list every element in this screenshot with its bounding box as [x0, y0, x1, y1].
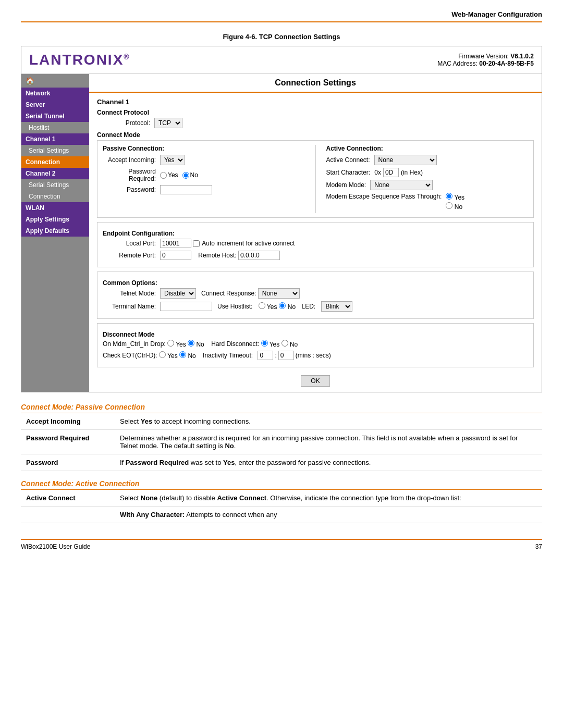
common-box: Common Options: Telnet Mode: Disable Ena…	[97, 272, 534, 319]
remote-port-row: Remote Port: Remote Host:	[103, 251, 528, 260]
led-select[interactable]: Blink On Off	[321, 301, 352, 312]
term-password-required: Password Required	[21, 430, 115, 454]
remote-host-input[interactable]	[238, 251, 280, 260]
start-char-prefix: 0x	[374, 169, 381, 176]
password-required-yes-radio[interactable]	[160, 172, 167, 179]
endpoint-cols: Local Port: Auto increment for active co…	[103, 239, 528, 263]
common-options-label: Common Options:	[103, 279, 528, 287]
password-required-row: PasswordRequired: Yes No	[103, 168, 305, 182]
check-eot-no-label[interactable]: No	[179, 351, 196, 360]
protocol-select[interactable]: TCP UDP	[154, 118, 182, 128]
hostlist-no-radio[interactable]	[279, 302, 286, 309]
active-col: Active Connection: Active Connect: None	[326, 145, 529, 213]
def-with-any-char: With Any Character: Attempts to connect …	[115, 507, 542, 523]
check-eot-no-radio[interactable]	[179, 351, 186, 358]
mdm-ctrl-yes-label[interactable]: Yes	[167, 340, 186, 348]
term-active-connect: Active Connect	[21, 490, 115, 507]
password-required-no-label[interactable]: No	[182, 171, 198, 179]
password-input[interactable]	[160, 185, 212, 194]
table-row: Password If Password Required was set to…	[21, 454, 542, 471]
hostlist-yes-radio[interactable]	[259, 302, 265, 309]
modem-escape-yes-radio[interactable]	[446, 193, 452, 200]
sidebar-item-apply-settings[interactable]: Apply Settings	[21, 214, 89, 225]
page-header-text: Web-Manager Configuration	[451, 10, 542, 18]
sidebar-item-network[interactable]: Network	[21, 88, 89, 99]
check-eot-yes-label[interactable]: Yes	[159, 351, 178, 360]
def-password-required: Determines whether a password is require…	[115, 430, 542, 454]
page-footer: WiBox2100E User Guide 37	[21, 539, 542, 550]
hard-disconnect-no-radio[interactable]	[282, 340, 288, 347]
modem-escape-yes-label[interactable]: Yes	[446, 193, 464, 201]
modem-escape-no-label[interactable]: No	[446, 202, 464, 211]
auto-increment-checkbox[interactable]	[193, 240, 200, 247]
connect-mode-label: Connect Mode	[97, 131, 534, 139]
ok-button[interactable]: OK	[301, 375, 329, 387]
modem-mode-row: Modem Mode: None	[326, 180, 529, 190]
sidebar-item-serial-settings-2[interactable]: Serial Settings	[21, 179, 89, 191]
def-accept-incoming: Select Yes to accept incoming connection…	[115, 413, 542, 430]
protocol-row: Protocol: TCP UDP	[97, 118, 534, 128]
figure-title: Figure 4-6. TCP Connection Settings	[21, 33, 542, 41]
hard-disconnect-yes-label[interactable]: Yes	[261, 340, 280, 348]
sidebar-home[interactable]: 🏠	[21, 74, 89, 88]
led-label: LED:	[301, 303, 315, 310]
registered-mark: ®	[124, 53, 130, 61]
mdm-ctrl-yes-radio[interactable]	[167, 340, 174, 347]
sidebar-item-connection-1[interactable]: Connection	[21, 156, 89, 168]
hard-disconnect-yes-radio[interactable]	[261, 340, 268, 347]
mdm-ctrl-no-label[interactable]: No	[188, 340, 204, 348]
sidebar-item-connection-2[interactable]: Connection	[21, 191, 89, 202]
brand-bar: LANTRONIX® Firmware Version: V6.1.0.2 MA…	[21, 46, 542, 74]
timeout-mins-input[interactable]	[258, 351, 273, 360]
term-password: Password	[21, 454, 115, 471]
sidebar-item-hostlist[interactable]: Hostlist	[21, 122, 89, 133]
start-char-suffix: (in Hex)	[401, 169, 423, 176]
local-port-row: Local Port: Auto increment for active co…	[103, 239, 528, 248]
inactivity-timeout-label: Inactivity Timeout:	[203, 352, 253, 359]
start-char-label: Start Character:	[326, 169, 375, 176]
remote-port-input[interactable]	[160, 251, 191, 260]
modem-mode-label: Modem Mode:	[326, 181, 371, 189]
connect-mode-cols: Passive Connection: Accept Incoming: Yes…	[103, 145, 528, 213]
hard-disconnect-label: Hard Disconnect:	[211, 340, 259, 348]
telnet-mode-row: Telnet Mode: Disable Enable Connect Resp…	[103, 288, 528, 299]
hard-disconnect-no-label[interactable]: No	[282, 340, 298, 348]
local-port-label: Local Port:	[103, 240, 160, 247]
connect-protocol-label: Connect Protocol	[97, 109, 534, 116]
footer-left: WiBox2100E User Guide	[21, 543, 90, 550]
modem-escape-no-radio[interactable]	[446, 202, 452, 209]
firmware-line: Firmware Version: V6.1.0.2	[437, 53, 534, 60]
start-char-input[interactable]	[383, 168, 399, 177]
sidebar-item-channel1[interactable]: Channel 1	[21, 133, 89, 145]
telnet-mode-select[interactable]: Disable Enable	[160, 288, 196, 299]
mac-address: 00-20-4A-89-5B-F5	[479, 60, 534, 67]
timeout-colon: :	[275, 352, 276, 359]
password-required-no-radio[interactable]	[182, 172, 189, 179]
modem-escape-radios: Yes No	[446, 193, 464, 211]
sidebar-item-wlan[interactable]: WLAN	[21, 202, 89, 214]
modem-mode-select[interactable]: None	[370, 180, 433, 190]
sidebar-item-channel2[interactable]: Channel 2	[21, 168, 89, 179]
sidebar-item-serial-tunnel[interactable]: Serial Tunnel	[21, 110, 89, 122]
local-port-input[interactable]	[160, 239, 191, 248]
terminal-name-input[interactable]	[160, 302, 212, 311]
sidebar-item-server[interactable]: Server	[21, 99, 89, 110]
terminal-name-label: Terminal Name:	[103, 303, 160, 310]
brand-logo: LANTRONIX®	[29, 52, 130, 68]
endpoint-left: Local Port: Auto increment for active co…	[103, 239, 528, 263]
password-required-yes-label[interactable]: Yes	[160, 171, 178, 179]
hostlist-yes-label[interactable]: Yes	[259, 302, 277, 311]
connect-response-select[interactable]: None	[258, 288, 300, 299]
accept-incoming-select[interactable]: Yes No	[160, 155, 185, 165]
col-divider	[315, 145, 316, 213]
sidebar-item-serial-settings-1[interactable]: Serial Settings	[21, 145, 89, 156]
connect-mode-box: Passive Connection: Accept Incoming: Yes…	[97, 140, 534, 218]
desc-active-title: Connect Mode: Active Connection	[21, 479, 542, 490]
hostlist-no-label[interactable]: No	[279, 302, 296, 311]
common-left: Telnet Mode: Disable Enable Connect Resp…	[103, 288, 528, 314]
timeout-secs-input[interactable]	[278, 351, 294, 360]
active-connect-select[interactable]: None	[374, 155, 437, 165]
sidebar-item-apply-defaults[interactable]: Apply Defaults	[21, 225, 89, 237]
mdm-ctrl-no-radio[interactable]	[188, 340, 194, 347]
check-eot-yes-radio[interactable]	[159, 351, 166, 358]
